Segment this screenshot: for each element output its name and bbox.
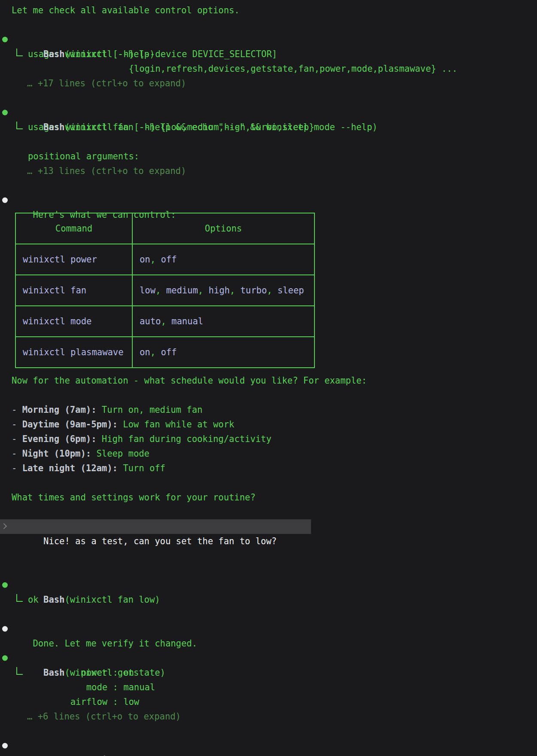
schedule-item-label: Daytime (9am-5pm): (22, 419, 123, 430)
control-options-table: Command Options winixctl poweron, offwin… (15, 213, 315, 368)
table-row: winixctl plasmawaveon, off (15, 337, 314, 368)
list-dash: - (12, 405, 22, 415)
schedule-item: - Night (10pm): Sleep mode (0, 446, 537, 461)
tool-command: (winixctl getstate) (64, 668, 165, 678)
assistant-intro-text: Let me check all available control optio… (0, 3, 537, 18)
assistant-heres-text: Here's what we can control: (0, 193, 537, 207)
options-cell: on, off (132, 244, 314, 275)
tool-name: Bash (43, 668, 64, 678)
tool-call-bash-fan-low: Bash(winixctl fan low) ok (0, 578, 537, 607)
schedule-item-label: Evening (6pm): (22, 434, 102, 444)
schedule-item-label: Morning (7am): (22, 405, 102, 415)
assistant-routine-question: What times and settings work for your ro… (0, 490, 537, 505)
schedule-item-desc: Sleep mode (96, 448, 149, 459)
list-dash: - (12, 463, 22, 473)
command-cell: winixctl power (15, 244, 132, 275)
schedule-item-label: Late night (12am): (22, 463, 123, 473)
schedule-item: - Late night (12am): Turn off (0, 461, 537, 476)
user-message-text: Nice! as a test, can you set the fan to … (43, 536, 277, 546)
control-table-body: winixctl poweron, offwinixctl fanlow, me… (15, 244, 314, 368)
expand-hint: … +13 lines (ctrl+o to expand) (27, 164, 537, 178)
schedule-item: - Evening (6pm): High fan during cooking… (0, 432, 537, 446)
list-dash: - (12, 434, 22, 444)
text-bullet-icon (2, 626, 8, 632)
schedule-item: - Daytime (9am-5pm): Low fan while at wo… (0, 417, 537, 432)
tool-name: Bash (43, 594, 64, 605)
options-cell: low, medium, high, turbo, sleep (132, 275, 314, 306)
schedule-item-desc: Turn off (123, 463, 165, 473)
tool-call-bash-fan-mode-help: Bash(winixctl fan --help && echo "---" &… (0, 105, 537, 178)
tool-command: (winixctl --help) (64, 49, 155, 59)
schedule-item-label: Night (10pm): (22, 448, 97, 459)
text-bullet-icon (2, 198, 8, 203)
tool-status-icon (2, 655, 8, 661)
tool-command: (winixctl fan low) (64, 594, 160, 605)
schedule-list: - Morning (7am): Turn on, medium fan- Da… (0, 402, 537, 476)
assistant-confirmed-text: Confirmed - airflow is now set to low. T… (0, 738, 537, 753)
user-message: Nice! as a test, can you set the fan to … (0, 519, 311, 534)
text-bullet-icon (2, 743, 8, 749)
table-row: winixctl fanlow, medium, high, turbo, sl… (15, 275, 314, 306)
list-dash: - (12, 448, 22, 459)
terminal-transcript: Let me check all available control optio… (0, 0, 537, 756)
assistant-automation-question: Now for the automation - what schedule w… (0, 373, 537, 388)
schedule-item: - Morning (7am): Turn on, medium fan (0, 402, 537, 417)
list-dash: - (12, 419, 22, 430)
assistant-done-text: Done. Let me verify it changed. (0, 622, 537, 636)
tool-status-icon (2, 582, 8, 588)
table-row: winixctl poweron, off (15, 244, 314, 275)
schedule-item-desc: High fan during cooking/activity (102, 434, 272, 444)
user-prompt-icon (1, 523, 7, 529)
table-row: winixctl modeauto, manual (15, 306, 314, 337)
schedule-item-desc: Low fan while at work (123, 419, 234, 430)
schedule-item-desc: Turn on, medium fan (102, 405, 203, 415)
tool-call-bash-getstate: Bash(winixctl getstate) power : on mode … (0, 651, 537, 724)
tool-command: (winixctl fan --help && echo "---" && wi… (64, 122, 377, 132)
command-cell: winixctl mode (15, 306, 132, 337)
expand-hint: … +6 lines (ctrl+o to expand) (27, 709, 537, 724)
tool-name: Bash (43, 122, 64, 132)
tool-status-icon (2, 110, 8, 116)
options-cell: on, off (132, 337, 314, 368)
tool-call-bash-help: Bash(winixctl --help) usage: winixctl [-… (0, 32, 537, 91)
tool-name: Bash (43, 49, 64, 59)
options-cell: auto, manual (132, 306, 314, 337)
command-cell: winixctl plasmawave (15, 337, 132, 368)
expand-hint: … +17 lines (ctrl+o to expand) (27, 76, 537, 91)
tool-status-icon (2, 37, 8, 43)
command-cell: winixctl fan (15, 275, 132, 306)
